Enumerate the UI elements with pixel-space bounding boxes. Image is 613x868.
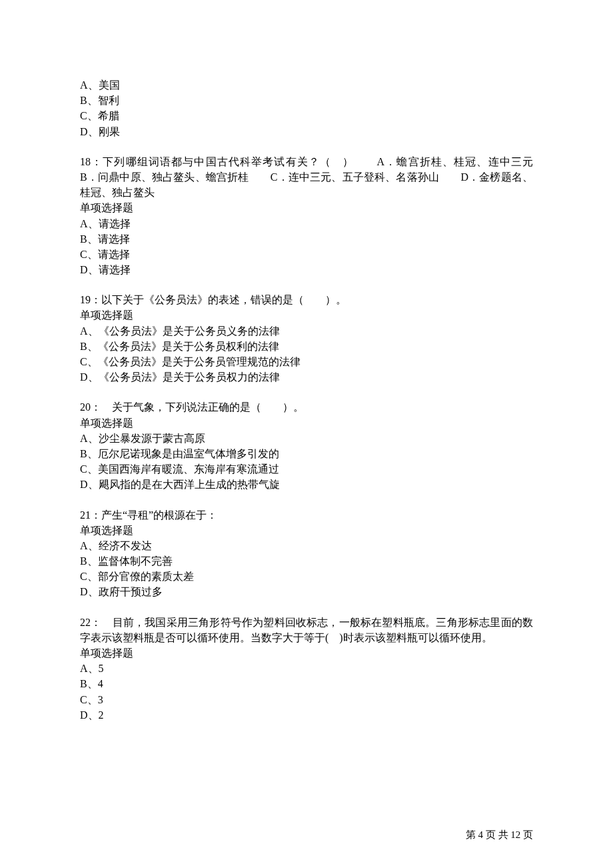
option-a: A、5 [80, 661, 533, 676]
document-page: A、美国 B、智利 C、希腊 D、刚果 18：下列哪组词语都与中国古代科举考试有… [0, 0, 613, 868]
option-b: B、监督体制不完善 [80, 553, 533, 569]
option-d: D、刚果 [80, 124, 533, 139]
option-b: B、请选择 [80, 231, 533, 247]
question-type: 单项选择题 [80, 415, 533, 431]
question-type: 单项选择题 [80, 200, 533, 215]
option-c: C、3 [80, 692, 533, 707]
option-c: C、希腊 [80, 108, 533, 123]
option-a: A、美国 [80, 77, 533, 93]
option-c: C、请选择 [80, 247, 533, 262]
question-19: 19：以下关于《公务员法》的表述，错误的是（ ）。 单项选择题 A、《公务员法》… [80, 292, 533, 385]
option-c: C、部分官僚的素质太差 [80, 569, 533, 584]
option-a: A、经济不发达 [80, 538, 533, 553]
option-d: D、2 [80, 707, 533, 723]
page-footer: 第 4 页 共 12 页 [466, 828, 533, 843]
option-d: D、飓风指的是在大西洋上生成的热带气旋 [80, 477, 533, 492]
option-b: B、《公务员法》是关于公务员权利的法律 [80, 339, 533, 354]
option-d: D、请选择 [80, 262, 533, 277]
question-22: 22： 目前，我国采用三角形符号作为塑料回收标志，一般标在塑料瓶底。三角形标志里… [80, 615, 533, 723]
question-text: 22： 目前，我国采用三角形符号作为塑料回收标志，一般标在塑料瓶底。三角形标志里… [80, 615, 533, 645]
option-b: B、厄尔尼诺现象是由温室气体增多引发的 [80, 446, 533, 461]
question-18: 18：下列哪组词语都与中国古代科举考试有关？（ ） A．蟾宫折桂、桂冠、连中三元… [80, 154, 533, 278]
question-text: 21：产生“寻租”的根源在于： [80, 507, 533, 523]
question-text: 18：下列哪组词语都与中国古代科举考试有关？（ ） A．蟾宫折桂、桂冠、连中三元… [80, 154, 533, 201]
option-a: A、《公务员法》是关于公务员义务的法律 [80, 323, 533, 339]
question-21: 21：产生“寻租”的根源在于： 单项选择题 A、经济不发达 B、监督体制不完善 … [80, 507, 533, 600]
option-d: D、《公务员法》是关于公务员权力的法律 [80, 369, 533, 385]
question-type: 单项选择题 [80, 307, 533, 323]
option-a: A、沙尘暴发源于蒙古高原 [80, 431, 533, 446]
question-text: 19：以下关于《公务员法》的表述，错误的是（ ）。 [80, 292, 533, 307]
question-type: 单项选择题 [80, 523, 533, 538]
option-c: C、《公务员法》是关于公务员管理规范的法律 [80, 354, 533, 369]
option-b: B、4 [80, 676, 533, 691]
option-a: A、请选择 [80, 216, 533, 231]
option-b: B、智利 [80, 93, 533, 108]
question-type: 单项选择题 [80, 645, 533, 661]
question-text: 20： 关于气象，下列说法正确的是（ ）。 [80, 399, 533, 415]
question-17-options-tail: A、美国 B、智利 C、希腊 D、刚果 [80, 77, 533, 139]
option-c: C、美国西海岸有暖流、东海岸有寒流通过 [80, 461, 533, 477]
question-20: 20： 关于气象，下列说法正确的是（ ）。 单项选择题 A、沙尘暴发源于蒙古高原… [80, 399, 533, 492]
option-d: D、政府干预过多 [80, 584, 533, 599]
